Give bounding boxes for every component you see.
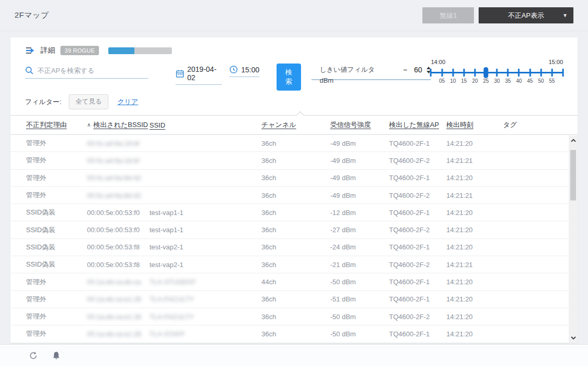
cell-detected-ap: TQ4600-2F-2 (389, 261, 446, 269)
bell-icon[interactable] (52, 351, 60, 360)
scrollbar-thumb[interactable] (570, 150, 576, 200)
cell-reason: SSID偽装 (26, 243, 87, 252)
cell-signal: -12 dBm (330, 209, 389, 217)
cell-signal: -49 dBm (330, 140, 389, 147)
rogue-ap-display-button[interactable]: 不正AP表示 ▼ (479, 7, 573, 23)
rogue-ap-table: 不正判定理由 ∧検出されたBSSID SSID チャンネル 受信信号強度 検出し… (10, 115, 578, 343)
search-button[interactable]: 検索 (277, 64, 301, 91)
cell-ssid: TLA-STUDENT (149, 278, 261, 286)
detail-panel-icon[interactable] (25, 46, 36, 55)
cell-signal: -49 dBm (330, 174, 389, 182)
table-row[interactable]: 管理外 00:1a:eb:ca:e1:28 TLA-STAFF 36ch -50… (10, 325, 578, 343)
rogue-progress-bar (108, 47, 172, 54)
cell-detected-ap: TQ4600-2F-2 (389, 226, 446, 234)
cell-reason: 管理外 (26, 191, 87, 200)
cell-channel: 36ch (261, 174, 330, 182)
date-value: 2019-04-02 (187, 65, 222, 82)
table-row[interactable]: SSID偽装 00:00:5e:00:53:f0 test-vap1-1 36c… (10, 221, 578, 238)
rogue-ap-panel: 詳細 39 ROGUE (10, 37, 578, 343)
timeline-tick-label: 15 (461, 78, 467, 84)
cell-reason: SSID偽装 (26, 260, 87, 269)
cell-channel: 36ch (261, 330, 330, 338)
col-header-detected-time[interactable]: 検出時刻 (446, 120, 503, 130)
cell-signal: -49 dBm (330, 157, 389, 165)
timeline-tick-icon (540, 69, 542, 77)
table-row[interactable]: 管理外 00:1a:eb:ca:e1:28 TLA-FACULTY 36ch -… (10, 308, 578, 325)
vertical-scrollbar[interactable] (569, 135, 578, 343)
timeline-tick-icon (562, 69, 564, 77)
table-row[interactable]: 管理外 00:0c:a4:6a:18:bf 36ch -49 dBm TQ460… (10, 152, 578, 169)
cell-detected-ap: TQ4600-2F-1 (389, 140, 446, 147)
col-header-ssid[interactable]: SSID (149, 121, 261, 129)
cell-channel: 36ch (261, 140, 330, 147)
timeline-tick-icon (430, 69, 432, 77)
col-header-channel[interactable]: チャンネル (261, 120, 330, 130)
threshold-label: しきい値フィルタ (320, 65, 375, 74)
scroll-down-icon[interactable] (569, 334, 578, 342)
cell-reason: 管理外 (26, 295, 87, 304)
cell-signal: -51 dBm (330, 295, 389, 303)
cell-detected-ap: TQ4600-2F-1 (389, 174, 446, 182)
cell-detected-time: 14:21:21 (446, 261, 503, 269)
col-header-detected-ap[interactable]: 検出した無線AP (389, 120, 446, 130)
topbar-actions: 無線1 不正AP表示 ▼ (422, 7, 573, 23)
table-row[interactable]: SSID偽装 00:00:5e:00:53:f8 test-vap2-1 36c… (10, 239, 578, 256)
cell-ssid: test-vap2-1 (149, 243, 261, 251)
table-row[interactable]: 管理外 00:1a:eb:ca:de:ca TLA-STUDENT 44ch -… (10, 273, 578, 291)
table-row[interactable]: SSID偽装 00:00:5e:00:53:f8 test-vap2-1 36c… (10, 256, 578, 273)
cell-channel: 36ch (261, 209, 330, 217)
time-slider: 14:00 15:00 0510152025303540455055 (431, 59, 563, 85)
cell-detected-time: 14:21:20 (446, 330, 503, 338)
table-row[interactable]: SSID偽装 00:00:5e:00:53:f0 test-vap1-1 36c… (10, 204, 578, 221)
table-row[interactable]: 管理外 00:0c:a4:6a:18:bf 36ch -49 dBm TQ460… (10, 135, 578, 152)
cell-detected-ap: TQ4600-2F-2 (389, 192, 446, 199)
cell-bssid: 00:00:5e:00:53:f0 (87, 209, 149, 217)
timeline-tick-label: 25 (483, 78, 489, 84)
filter-panel: 2019-04-02 15:00 検索 しきい値フィルタ − 60 (10, 62, 578, 91)
timeline-tick-label: 40 (516, 78, 522, 84)
table-row[interactable]: 管理外 00:0c:a4:6a:8d:42 36ch -49 dBm TQ460… (10, 170, 578, 187)
cell-signal: -50 dBm (330, 330, 389, 338)
timeline-tick-icon (496, 69, 498, 77)
cell-detected-time: 14:21:20 (446, 174, 503, 182)
time-field[interactable]: 15:00 (229, 65, 259, 77)
threshold-value[interactable]: 60 (414, 66, 422, 74)
timeline-tick-icon (452, 69, 454, 77)
col-header-signal[interactable]: 受信信号強度 (330, 120, 389, 130)
table-row[interactable]: 管理外 00:0c:a4:6a:8d:42 36ch -49 dBm TQ460… (10, 187, 578, 204)
col-header-reason[interactable]: 不正判定理由 (26, 120, 87, 130)
threshold-unit: dBm (320, 77, 334, 84)
table-body: 管理外 00:0c:a4:6a:18:bf 36ch -49 dBm TQ460… (10, 135, 578, 343)
show-all-button[interactable]: 全て見る (69, 94, 109, 109)
cell-channel: 36ch (261, 192, 330, 199)
table-row[interactable]: 管理外 00:1a:eb:ca:e1:28 TLA-FACULTY 36ch -… (10, 291, 578, 308)
clear-link[interactable]: クリア (117, 97, 138, 107)
timeline-start-label: 14:00 (431, 59, 445, 65)
timeline-tick-label: 30 (494, 78, 500, 84)
timeline-track[interactable] (431, 67, 563, 78)
rogue-ap-search-input[interactable] (37, 67, 148, 74)
timeline-tick-label: 55 (549, 78, 555, 84)
rogue-count-badge: 39 ROGUE (60, 46, 99, 55)
wireless1-button[interactable]: 無線1 (422, 7, 474, 23)
search-icon (25, 66, 34, 75)
cell-channel: 36ch (261, 243, 330, 251)
timeline-tick-icon (551, 69, 553, 77)
rogue-progress-fill (108, 47, 134, 54)
cell-signal: -21 dBm (330, 261, 389, 269)
cell-detected-ap: TQ4600-2F-1 (389, 330, 446, 338)
refresh-icon[interactable] (29, 351, 38, 360)
timeline-handle[interactable] (484, 67, 489, 78)
cell-ssid: TLA-FACULTY (149, 313, 261, 321)
cell-ssid: test-vap1-1 (149, 226, 261, 234)
cell-reason: SSID偽装 (26, 225, 87, 235)
date-field[interactable]: 2019-04-02 (176, 65, 222, 85)
timeline-tick-icon (463, 69, 465, 77)
col-header-bssid[interactable]: ∧検出されたBSSID (87, 120, 149, 130)
scroll-up-icon[interactable] (569, 136, 578, 145)
timeline-tick-labels: 0510152025303540455055 (431, 78, 563, 85)
cell-signal: -50 dBm (330, 278, 389, 286)
cell-channel: 36ch (261, 226, 330, 234)
calendar-icon (176, 69, 184, 78)
cell-reason: 管理外 (26, 156, 87, 165)
